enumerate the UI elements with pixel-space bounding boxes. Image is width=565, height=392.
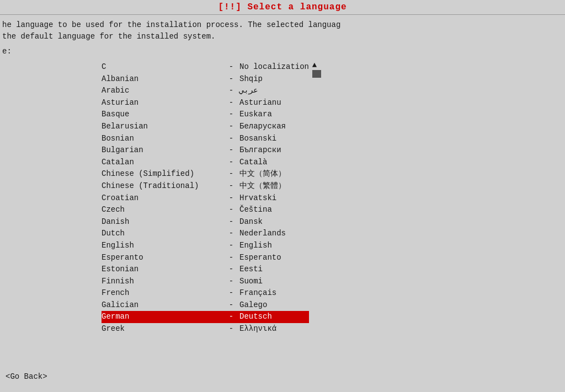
lang-name: Chinese (Simplified) [102, 169, 223, 180]
lang-dash: - [223, 253, 239, 264]
lang-name: Galician [102, 300, 223, 311]
description-line2: the default language for the installed s… [2, 31, 554, 42]
lang-dash: - [223, 324, 239, 335]
lang-name: Catalan [102, 157, 223, 168]
lang-native: Nederlands [239, 228, 286, 239]
lang-native: Български [239, 145, 281, 156]
list-item[interactable]: Galician-Galego [102, 299, 309, 312]
scroll-arrow-up[interactable]: ▲ [312, 61, 317, 69]
lang-native: Français [239, 288, 276, 299]
list-item[interactable]: Albanian-Shqip [102, 73, 309, 85]
scrollbar[interactable]: ▲ ▼ [309, 61, 320, 79]
lang-dash: - [223, 74, 239, 85]
lang-name: Finnish [102, 276, 223, 287]
lang-native: 中文（简体） [239, 169, 286, 180]
lang-native: Hrvatski [239, 193, 276, 204]
lang-dash: - [223, 85, 239, 96]
lang-dash: - [223, 133, 239, 144]
lang-dash: - [223, 109, 239, 120]
lang-dash: - [223, 193, 239, 204]
lang-name: Chinese (Traditional) [102, 181, 223, 192]
go-back-button[interactable]: <Go Back> [6, 372, 47, 381]
language-list: C-No localizationAlbanian-ShqipArabic-عر… [102, 61, 309, 335]
list-item[interactable]: Catalan-Català [102, 157, 309, 169]
list-item[interactable]: Asturian-Asturianu [102, 97, 309, 109]
lang-name: Greek [102, 324, 223, 335]
scrollbar-thumb[interactable] [312, 70, 321, 78]
lang-dash: - [223, 217, 239, 228]
list-item[interactable]: Chinese (Traditional)-中文（繁體） [102, 180, 309, 192]
lang-dash: - [223, 181, 239, 192]
lang-name: Bosnian [102, 133, 223, 144]
lang-dash: - [223, 288, 239, 299]
lang-native: Dansk [239, 217, 263, 228]
lang-native: Ελληνικά [239, 324, 276, 335]
lang-native: 中文（繁體） [239, 181, 286, 192]
list-item[interactable]: German-Deutsch [102, 311, 309, 323]
lang-dash: - [223, 264, 239, 275]
lang-dash: - [223, 169, 239, 180]
lang-native: No localization [239, 62, 309, 73]
title-bracket-left: [!!] [218, 2, 241, 12]
lang-name: Croatian [102, 193, 223, 204]
list-item[interactable]: Czech-Čeština [102, 204, 309, 216]
lang-native: Català [239, 157, 267, 168]
lang-native: Esperanto [239, 253, 281, 264]
lang-dash: - [223, 276, 239, 287]
lang-dash: - [223, 205, 239, 216]
list-item[interactable]: Belarusian-Беларуская [102, 121, 309, 133]
description: he language to be used for the installat… [0, 15, 565, 45]
lang-native: Galego [239, 300, 267, 311]
lang-name: Belarusian [102, 121, 223, 132]
lang-name: English [102, 240, 223, 251]
lang-dash: - [223, 300, 239, 311]
list-and-scroll: C-No localizationAlbanian-ShqipArabic-عر… [2, 61, 320, 335]
screen: [!!] Select a language he language to be… [0, 0, 565, 392]
lang-name: Arabic [102, 85, 223, 96]
lang-name: French [102, 288, 223, 299]
lang-name: Czech [102, 205, 223, 216]
prompt-label: e: [0, 45, 565, 58]
list-item[interactable]: Bosnian-Bosanski [102, 133, 309, 145]
list-item[interactable]: French-Français [102, 287, 309, 299]
lang-dash: - [223, 228, 239, 239]
list-item[interactable]: Dutch-Nederlands [102, 228, 309, 240]
list-item[interactable]: C-No localization [102, 61, 309, 73]
list-item[interactable]: Arabic-عربي [102, 85, 309, 97]
lang-name: C [102, 62, 223, 73]
lang-native: Беларуская [239, 121, 286, 132]
lang-name: Basque [102, 109, 223, 120]
lang-native: Asturianu [239, 98, 281, 109]
list-item[interactable]: Esperanto-Esperanto [102, 252, 309, 264]
lang-dash: - [223, 98, 239, 109]
lang-name: Dutch [102, 228, 223, 239]
lang-native: Euskara [239, 109, 272, 120]
language-list-container: C-No localizationAlbanian-ShqipArabic-عر… [2, 61, 309, 335]
lang-native: Bosanski [239, 133, 276, 144]
lang-native: Shqip [239, 74, 263, 85]
lang-dash: - [223, 240, 239, 251]
lang-dash: - [223, 145, 239, 156]
lang-name: Albanian [102, 74, 223, 85]
lang-name: Asturian [102, 98, 223, 109]
lang-dash: - [223, 121, 239, 132]
description-line1: he language to be used for the installat… [2, 19, 554, 31]
lang-native: عربي [239, 85, 258, 96]
title-bar: [!!] Select a language [0, 0, 565, 15]
list-item[interactable]: Estonian-Eesti [102, 264, 309, 276]
list-item[interactable]: Danish-Dansk [102, 216, 309, 228]
list-item[interactable]: Bulgarian-Български [102, 144, 309, 157]
lang-name: Estonian [102, 264, 223, 275]
lang-dash: - [223, 157, 239, 168]
lang-name: German [102, 312, 223, 323]
list-item[interactable]: Chinese (Simplified)-中文（简体） [102, 168, 309, 180]
list-item[interactable]: Greek-Ελληνικά [102, 323, 309, 335]
list-item[interactable]: Basque-Euskara [102, 109, 309, 121]
list-item[interactable]: Finnish-Suomi [102, 276, 309, 288]
lang-native: English [239, 240, 272, 251]
list-item[interactable]: English-English [102, 240, 309, 252]
lang-native: Deutsch [239, 312, 272, 323]
lang-dash: - [223, 62, 239, 73]
list-item[interactable]: Croatian-Hrvatski [102, 192, 309, 205]
lang-native: Eesti [239, 264, 263, 275]
